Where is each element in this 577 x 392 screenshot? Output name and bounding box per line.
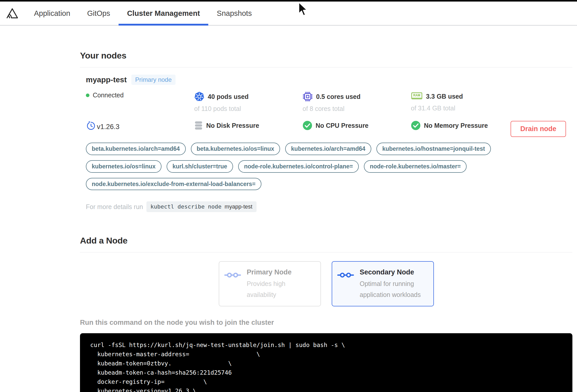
history-icon	[86, 121, 96, 131]
kubectl-describe-chip: kubectl describe node myapp-test	[146, 201, 257, 212]
pods-used-text: 40 pods used	[208, 93, 249, 100]
nav-tabs: Application GitOps Cluster Management Sn…	[26, 2, 260, 25]
pods-total-text: of 110 pods total	[194, 105, 303, 112]
option-description: Provides high availability	[247, 278, 315, 300]
pods-stat: 40 pods used of 110 pods total	[194, 91, 303, 112]
node-header: myapp-test Primary node	[86, 75, 572, 85]
join-command-instruction: Run this command on the node you wish to…	[80, 319, 572, 327]
tab-gitops[interactable]: GitOps	[79, 2, 119, 25]
add-node-section: Add a Node Primary Nod	[80, 236, 572, 392]
linked-nodes-icon	[224, 271, 243, 300]
top-navbar: Application GitOps Cluster Management Sn…	[0, 2, 577, 26]
node-label-pill: node-role.kubernetes.io/control-plane=	[238, 160, 359, 173]
option-text: Primary Node Provides high availability	[247, 268, 315, 300]
main-content: Your nodes myapp-test Primary node Conne…	[80, 51, 572, 392]
check-circle-icon	[411, 121, 421, 130]
node-name: myapp-test	[86, 75, 127, 84]
node-type-options: Primary Node Provides high availability	[80, 261, 572, 306]
cpu-pressure-text: No CPU Pressure	[316, 122, 368, 129]
node-labels: beta.kubernetes.io/arch=amd64 beta.kuber…	[86, 143, 520, 190]
linked-nodes-icon	[337, 271, 356, 300]
code-line: curl -fsSL https://kurl.sh/jq-new-test-u…	[90, 340, 562, 350]
cpu-total-text: of 8 cores total	[303, 105, 411, 112]
disk-pressure-text: No Disk Pressure	[206, 122, 259, 129]
code-line: docker-registry-ip= \	[90, 377, 562, 386]
tab-application[interactable]: Application	[26, 2, 79, 25]
option-title: Primary Node	[247, 268, 315, 276]
memory-stat: RAM 3.3 GB used of 31.4 GB total	[411, 91, 520, 112]
kubectl-command-text: kubectl describe node	[151, 203, 222, 210]
status-dot-icon	[86, 94, 89, 97]
section-divider	[80, 67, 572, 67]
database-icon	[194, 121, 203, 130]
node-label-pill: kurl.sh/cluster=true	[167, 160, 233, 173]
option-title: Secondary Node	[360, 268, 428, 276]
node-label-pill: kubernetes.io/os=linux	[86, 160, 161, 173]
check-circle-icon	[303, 121, 312, 130]
svg-text:RAM: RAM	[413, 94, 420, 97]
cpu-chip-icon	[303, 91, 313, 102]
disk-pressure-condition: No Disk Pressure	[194, 121, 303, 131]
app-logo-icon	[6, 8, 18, 19]
ram-icon: RAM	[411, 91, 423, 101]
version-text: v1.26.3	[97, 123, 120, 131]
node-label-pill: beta.kubernetes.io/arch=amd64	[86, 143, 186, 155]
drain-node-button[interactable]: Drain node	[511, 121, 566, 137]
cpu-used-text: 0.5 cores used	[316, 93, 361, 100]
node-details-hint: For more details run kubectl describe no…	[86, 201, 572, 212]
code-line: kubernetes-version=v1.26.3 \	[90, 386, 562, 392]
node-label-pill: kubernetes.io/hostname=jonquil-test	[376, 143, 491, 155]
secondary-node-option[interactable]: Secondary Node Optimal for running appli…	[332, 261, 434, 306]
join-command-code-block: curl -fsSL https://kurl.sh/jq-new-test-u…	[80, 333, 572, 392]
node-label-pill: node-role.kubernetes.io/master=	[364, 160, 467, 173]
cpu-pressure-condition: No CPU Pressure	[303, 121, 411, 131]
memory-pressure-text: No Memory Pressure	[424, 122, 488, 129]
memory-used-text: 3.3 GB used	[426, 93, 463, 100]
node-status: Connected	[86, 91, 194, 112]
node-label-pill: node.kubernetes.io/exclude-from-external…	[86, 178, 261, 190]
status-text: Connected	[93, 91, 124, 99]
kubectl-command-arg: myapp-test	[225, 203, 252, 210]
node-stats-grid: Connected	[86, 91, 520, 131]
memory-total-text: of 31.4 GB total	[411, 105, 520, 112]
your-nodes-title: Your nodes	[80, 51, 572, 61]
node-card: myapp-test Primary node Connected	[80, 75, 572, 212]
details-prefix-text: For more details run	[86, 203, 143, 211]
code-line: kubeadm-token=0ztbvy. \	[90, 359, 562, 368]
node-version: v1.26.3	[86, 121, 194, 131]
memory-pressure-condition: No Memory Pressure	[411, 121, 520, 131]
option-description: Optimal for running application workload…	[360, 278, 428, 300]
mouse-cursor	[297, 2, 308, 18]
node-label-pill: kubernetes.io/arch=amd64	[285, 143, 371, 155]
tab-cluster-management[interactable]: Cluster Management	[119, 2, 208, 25]
kubernetes-icon	[194, 91, 204, 102]
add-node-title: Add a Node	[80, 236, 572, 246]
section-divider	[80, 252, 572, 252]
code-line: kubeadm-token-ca-hash=sha256:221d25746	[90, 368, 562, 377]
node-label-pill: beta.kubernetes.io/os=linux	[191, 143, 280, 155]
your-nodes-section: Your nodes myapp-test Primary node Conne…	[80, 51, 572, 212]
option-text: Secondary Node Optimal for running appli…	[360, 268, 428, 300]
tab-snapshots[interactable]: Snapshots	[208, 2, 260, 25]
primary-node-option[interactable]: Primary Node Provides high availability	[219, 261, 321, 306]
cpu-stat: 0.5 cores used of 8 cores total	[303, 91, 411, 112]
primary-node-badge: Primary node	[131, 75, 176, 85]
code-line: kubernetes-master-address= \	[90, 350, 562, 359]
